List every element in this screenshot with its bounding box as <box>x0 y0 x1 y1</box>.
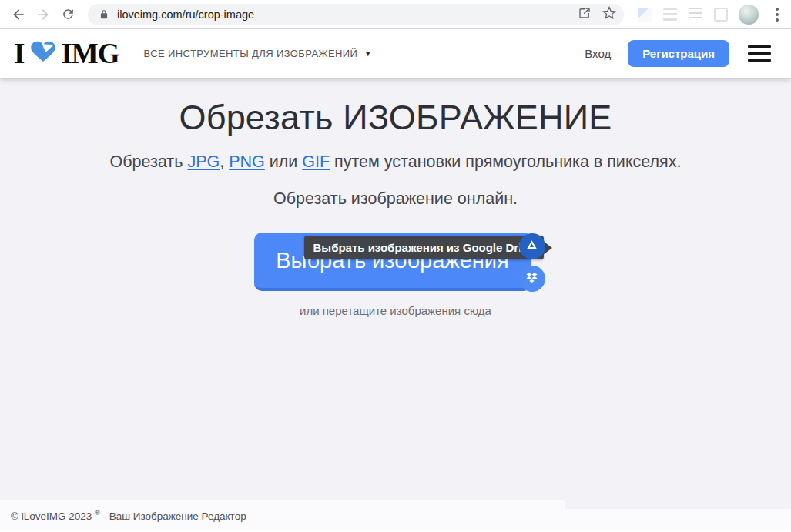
copyright-text: © iLoveIMG 2023 ® - Ваш Изображение Реда… <box>11 509 246 522</box>
header-right: Вход Регистрация <box>585 40 777 67</box>
png-link[interactable]: PNG <box>229 152 265 171</box>
extension-icon-2[interactable] <box>663 8 677 22</box>
subtitle-text: , <box>220 152 229 171</box>
google-drive-icon <box>525 238 539 255</box>
https-lock-icon[interactable] <box>99 9 109 20</box>
dropbox-icon <box>525 271 538 286</box>
drag-drop-hint: или перетащите изображения сюда <box>230 304 561 317</box>
extension-icon-3[interactable] <box>689 8 702 22</box>
url-bar[interactable]: iloveimg.com/ru/crop-image <box>88 4 624 25</box>
omnibox-actions <box>578 6 616 23</box>
browser-toolbar: iloveimg.com/ru/crop-image <box>0 0 791 29</box>
logo-text-left: I <box>14 39 24 68</box>
site-header: I IMG ВСЕ ИНСТРУМЕНТЫ ДЛЯ ИЗОБРАЖЕНИЙ ▼ … <box>0 29 791 78</box>
page-subtitle-line2: Обрезать изображение онлайн. <box>0 186 791 211</box>
signup-button[interactable]: Регистрация <box>628 40 729 67</box>
gif-link[interactable]: GIF <box>302 152 330 171</box>
browser-menu-icon[interactable] <box>769 5 785 25</box>
page-title: Обрезать ИЗОБРАЖЕНИЕ <box>0 78 791 137</box>
heart-icon <box>27 39 59 72</box>
bookmark-star-icon[interactable] <box>602 6 616 23</box>
logo-text-right: IMG <box>61 39 119 68</box>
reload-icon[interactable] <box>55 2 80 27</box>
url-text[interactable]: iloveimg.com/ru/crop-image <box>117 8 571 21</box>
jpg-link[interactable]: JPG <box>187 152 220 171</box>
footer: © iLoveIMG 2023 ® - Ваш Изображение Реда… <box>0 500 791 531</box>
extension-icon-4[interactable] <box>714 8 728 22</box>
all-tools-label: ВСЕ ИНСТРУМЕНТЫ ДЛЯ ИЗОБРАЖЕНИЙ <box>144 48 358 59</box>
extension-icon-1[interactable] <box>638 8 652 22</box>
registered-mark: ® <box>95 509 100 517</box>
hamburger-menu-icon[interactable] <box>748 45 771 62</box>
main-content: Обрезать ИЗОБРАЖЕНИЕ Обрезать JPG, PNG и… <box>0 78 791 500</box>
extensions-area <box>638 8 728 22</box>
page-subtitle: Обрезать JPG, PNG или GIF путем установк… <box>0 149 791 174</box>
subtitle-text: или <box>265 152 303 171</box>
share-icon[interactable] <box>578 6 592 23</box>
login-link[interactable]: Вход <box>585 47 611 60</box>
copyright-prefix: © iLoveIMG 2023 <box>11 510 95 522</box>
subtitle-text: Обрезать <box>110 152 188 171</box>
gdrive-tooltip: Выбрать изображения из Google Drive <box>304 236 545 259</box>
profile-avatar[interactable] <box>739 5 759 25</box>
forward-icon[interactable] <box>31 2 55 27</box>
google-drive-button[interactable] <box>519 233 545 259</box>
subtitle-text: путем установки прямоугольника в пикселя… <box>330 152 681 171</box>
upload-area: Выбрать изображения Выбрать изображения … <box>230 233 561 353</box>
all-tools-menu[interactable]: ВСЕ ИНСТРУМЕНТЫ ДЛЯ ИЗОБРАЖЕНИЙ ▼ <box>144 48 372 59</box>
dropbox-button[interactable] <box>519 266 545 292</box>
caret-down-icon: ▼ <box>364 50 371 58</box>
back-icon[interactable] <box>6 2 31 27</box>
iloveimg-logo[interactable]: I IMG <box>14 38 119 70</box>
footer-gray-notch <box>565 500 791 509</box>
page: iloveimg.com/ru/crop-image I <box>0 0 791 532</box>
copyright-suffix: - Ваш Изображение Редактор <box>100 510 246 522</box>
